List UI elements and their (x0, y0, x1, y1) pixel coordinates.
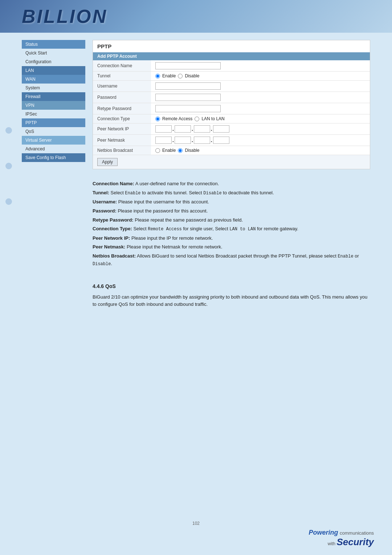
desc-text-connection-name: A user-defined name for the connection. (135, 181, 219, 186)
field-connection-type: Connection Type Remote Access LAN to LAN (93, 114, 370, 123)
netmask-1[interactable] (155, 137, 172, 144)
header: BILLION (0, 0, 392, 33)
sidebar-item-ipsec[interactable]: IPSec (22, 110, 85, 118)
tunnel-enable-radio[interactable] (155, 74, 160, 78)
conntype-lan-radio[interactable] (195, 117, 199, 121)
section-446-body: BiGuard 2/10 can optimize your bandwidth… (93, 293, 370, 309)
sidebar: Status Quick Start Configuration LAN WAN… (22, 40, 85, 308)
netmask-2[interactable] (175, 137, 191, 144)
conntype-remote-radio[interactable] (155, 117, 160, 121)
desc-label-username: Username: (93, 199, 117, 204)
sidebar-item-configuration[interactable]: Configuration (22, 57, 85, 66)
label-tunnel: Tunnel (93, 72, 151, 81)
desc-text-password: Please input the password for this accou… (118, 208, 208, 214)
desc-peer-network-ip: Peer Network IP: Please input the IP for… (93, 235, 370, 242)
sidebar-item-advanced[interactable]: Advanced (22, 145, 85, 153)
label-connection-type: Connection Type (93, 114, 151, 123)
peer-network-ip-inputs: . . . (155, 125, 366, 133)
value-retype-password[interactable] (151, 103, 370, 114)
logo: BILLION (22, 5, 107, 27)
page-number: 102 (192, 521, 200, 526)
desc-text-username: Please input the username for this accou… (118, 199, 209, 204)
dot-nm-1: . (172, 137, 174, 143)
desc-connection-name: Connection Name: A user-defined name for… (93, 180, 370, 188)
apply-row: Apply (93, 155, 370, 169)
sidebar-item-pptp[interactable]: PPTP (22, 118, 85, 127)
sidebar-item-status[interactable]: Status (22, 40, 85, 49)
description-section: Connection Name: A user-defined name for… (93, 177, 370, 273)
footer-security: Security (336, 536, 374, 547)
sidebar-item-lan[interactable]: LAN (22, 66, 85, 75)
conntype-lan-label: LAN to LAN (201, 116, 224, 121)
connection-type-radio-group: Remote Access LAN to LAN (155, 116, 366, 121)
peer-ip-1[interactable] (155, 125, 172, 133)
desc-label-connection-name: Connection Name: (93, 181, 134, 186)
netbios-disable-radio[interactable] (178, 148, 183, 153)
desc-label-netbios: Netbios Broadcast: (93, 253, 136, 259)
apply-button[interactable]: Apply (97, 158, 118, 166)
input-connection-name[interactable] (155, 62, 221, 69)
sidebar-item-system[interactable]: System (22, 84, 85, 92)
peer-ip-2[interactable] (175, 125, 191, 133)
input-retype-password[interactable] (155, 105, 221, 112)
desc-netbios: Netbios Broadcast: Allows BiGuard to sen… (93, 252, 370, 268)
label-password: Password (93, 92, 151, 103)
sidebar-item-virtualserver[interactable]: Virtual Server (22, 136, 85, 145)
label-retype-password: Retype Password (93, 103, 151, 114)
value-peer-network-ip[interactable]: . . . (151, 123, 370, 135)
dot-2: . (192, 126, 193, 132)
field-tunnel: Tunnel Enable Disable (93, 72, 370, 81)
desc-label-retype-password: Retype Password: (93, 217, 134, 223)
tunnel-disable-radio[interactable] (178, 74, 183, 78)
value-tunnel[interactable]: Enable Disable (151, 72, 370, 81)
label-netbios-broadcast: Netbios Broadcast (93, 146, 151, 155)
field-peer-network-ip: Peer Network IP . . . (93, 123, 370, 135)
peer-ip-4[interactable] (213, 125, 229, 133)
desc-tunnel: Tunnel: Select Enable to activate this t… (93, 189, 370, 197)
value-username[interactable] (151, 81, 370, 92)
sidebar-item-wan[interactable]: WAN (22, 75, 85, 84)
sidebar-item-saveconfig[interactable]: Save Config to Flash (22, 153, 85, 162)
pptp-form-table: Connection Name Tunnel Enable Disable (93, 60, 370, 155)
tunnel-enable-label: Enable (162, 73, 176, 78)
field-retype-password: Retype Password (93, 103, 370, 114)
content-area: PPTP Add PPTP Account Connection Name Tu… (85, 40, 370, 308)
label-peer-netmask: Peer Netmask (93, 135, 151, 146)
deco-circle-1 (5, 127, 12, 134)
netmask-3[interactable] (194, 137, 210, 144)
sidebar-item-quickstart[interactable]: Quick Start (22, 49, 85, 57)
sidebar-item-qos[interactable]: QoS (22, 127, 85, 136)
desc-text-peer-network-ip: Please input the IP for remote network. (131, 235, 213, 241)
input-password[interactable] (155, 94, 221, 101)
desc-text-peer-netmask: Please input the Netmask for remote netw… (127, 244, 222, 250)
label-peer-network-ip: Peer Network IP (93, 123, 151, 135)
desc-label-peer-network-ip: Peer Network IP: (93, 235, 130, 241)
pptp-title: PPTP (93, 40, 370, 52)
value-connection-type[interactable]: Remote Access LAN to LAN (151, 114, 370, 123)
sidebar-item-vpn[interactable]: VPN (22, 101, 85, 110)
value-peer-netmask[interactable]: . . . (151, 135, 370, 146)
desc-connection-type: Connection Type: Select Remote Access fo… (93, 225, 370, 233)
value-connection-name[interactable] (151, 60, 370, 72)
netbios-enable-radio[interactable] (155, 148, 160, 153)
label-username: Username (93, 81, 151, 92)
field-username: Username (93, 81, 370, 92)
desc-username: Username: Please input the username for … (93, 198, 370, 206)
desc-label-peer-netmask: Peer Netmask: (93, 244, 125, 250)
value-netbios-broadcast[interactable]: Enable Disable (151, 146, 370, 155)
dot-1: . (172, 126, 174, 132)
decorative-circles (5, 127, 12, 234)
deco-circle-3 (5, 198, 12, 205)
dot-3: . (211, 126, 212, 132)
peer-ip-3[interactable] (194, 125, 210, 133)
pptp-subtitle: Add PPTP Account (93, 52, 370, 60)
netbios-disable-label: Disable (185, 148, 199, 153)
sidebar-item-firewall[interactable]: Firewall (22, 92, 85, 101)
field-connection-name: Connection Name (93, 60, 370, 72)
footer-powering: Powering (309, 529, 338, 536)
input-username[interactable] (155, 82, 221, 90)
desc-label-password: Password: (93, 208, 117, 214)
desc-text-tunnel: Select Enable to activate this tunnel. S… (111, 190, 274, 195)
value-password[interactable] (151, 92, 370, 103)
netmask-4[interactable] (213, 137, 229, 144)
